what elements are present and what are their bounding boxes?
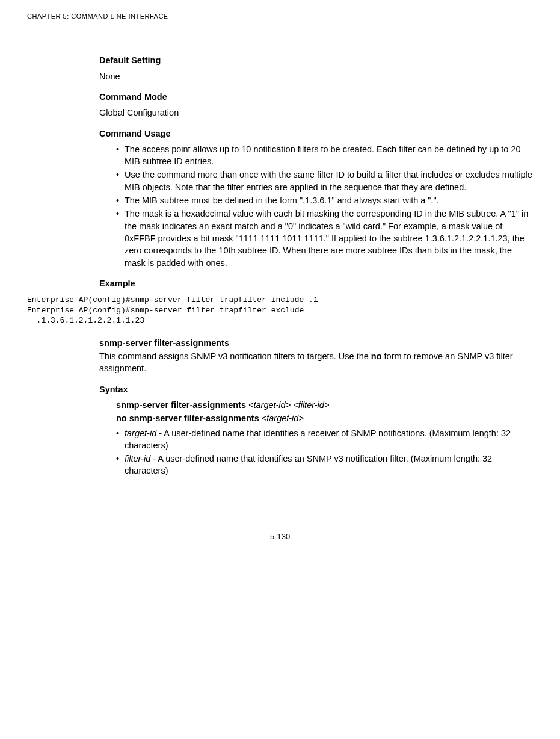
desc-bold: no xyxy=(371,351,382,361)
command-usage-heading: Command Usage xyxy=(99,128,533,140)
chapter-label: CHAPTER 5: COMMAND LINE INTERFACE xyxy=(27,13,168,20)
page-number: 5-130 xyxy=(27,531,533,542)
usage-bullet: The MIB subtree must be defined in the f… xyxy=(116,194,533,206)
syntax-desc: - A user-defined name that identifies an… xyxy=(125,454,492,475)
example-code: Enterprise AP(config)#snmp-server filter… xyxy=(27,295,533,326)
filter-assignments-heading: snmp-server filter-assignments xyxy=(99,337,533,349)
syntax-heading: Syntax xyxy=(99,383,533,395)
page-header: CHAPTER 5: COMMAND LINE INTERFACE xyxy=(27,12,533,21)
default-setting-heading: Default Setting xyxy=(99,54,533,66)
syntax-command: no snmp-server filter-assignments xyxy=(116,413,259,423)
syntax-term: target-id xyxy=(125,428,156,438)
command-mode-heading: Command Mode xyxy=(99,91,533,103)
syntax-command: snmp-server filter-assignments xyxy=(116,400,246,410)
desc-text: This command assigns SNMP v3 notificatio… xyxy=(99,351,371,361)
usage-bullet: Use the command more than once with the … xyxy=(116,169,533,193)
page-content: Default Setting None Command Mode Global… xyxy=(99,54,533,289)
command-usage-list: The access point allows up to 10 notific… xyxy=(99,143,533,269)
syntax-term: filter-id xyxy=(125,454,150,463)
page-content-lower: snmp-server filter-assignments This comm… xyxy=(99,337,533,477)
syntax-bullet-list: target-id - A user-defined name that ide… xyxy=(99,427,533,477)
syntax-bullet: target-id - A user-defined name that ide… xyxy=(116,427,533,452)
syntax-arg: <target-id> xyxy=(262,413,304,423)
command-mode-value: Global Configuration xyxy=(99,107,533,119)
usage-bullet: The access point allows up to 10 notific… xyxy=(116,143,533,168)
default-setting-value: None xyxy=(99,70,533,82)
usage-bullet: The mask is a hexadecimal value with eac… xyxy=(116,208,533,268)
example-heading: Example xyxy=(99,277,533,289)
syntax-bullet: filter-id - A user-defined name that ide… xyxy=(116,453,533,477)
syntax-line-2: no snmp-server filter-assignments <targe… xyxy=(116,412,533,424)
syntax-arg: <filter-id> xyxy=(293,400,329,410)
syntax-arg: <target-id> xyxy=(248,400,291,410)
syntax-line-1: snmp-server filter-assignments <target-i… xyxy=(116,399,533,411)
syntax-desc: - A user-defined name that identifies a … xyxy=(125,428,511,450)
filter-assignments-desc: This command assigns SNMP v3 notificatio… xyxy=(99,350,533,375)
